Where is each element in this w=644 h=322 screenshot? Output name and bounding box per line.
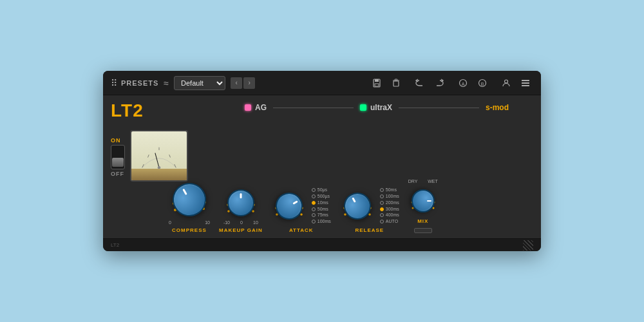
attack-75ms-tick: [312, 213, 316, 217]
release-label: RELEASE: [355, 227, 384, 233]
attack-50ms-tick: [312, 207, 316, 211]
svg-rect-3: [393, 81, 399, 86]
attack-10ms-tick: [312, 201, 316, 205]
release-auto-tick: [380, 220, 384, 223]
svg-line-19: [155, 153, 159, 168]
svg-line-17: [169, 155, 171, 157]
mix-toggle[interactable]: [414, 228, 432, 233]
redo-button[interactable]: [431, 75, 447, 91]
undo-button[interactable]: [412, 75, 428, 91]
compress-label: COMPRESS: [172, 227, 207, 233]
bottom-strip: LT2: [103, 238, 541, 251]
compress-knob-area: [169, 179, 210, 220]
svg-rect-12: [522, 82, 529, 84]
bottom-right: [523, 240, 533, 251]
vu-meter: -200+3: [130, 130, 188, 182]
ultrax-label: ultraX: [370, 103, 392, 112]
release-50ms-tick: [380, 188, 384, 192]
makeup-knob-area: [223, 185, 258, 220]
next-preset-button[interactable]: ›: [243, 77, 255, 89]
presets-label: PRESETS: [121, 79, 158, 87]
on-label: ON: [111, 137, 121, 144]
plugin-title: LT2: [111, 100, 144, 121]
svg-text:A: A: [462, 81, 465, 86]
user-button[interactable]: [498, 75, 514, 91]
ag-led: [245, 104, 251, 111]
svg-rect-2: [375, 84, 379, 86]
header-row: AG ultraX s-mod: [245, 103, 509, 112]
presets-grid-icon: ⠿: [111, 78, 116, 88]
release-knob-area: [340, 189, 375, 223]
ultrax-section: ultraX: [360, 103, 392, 112]
delete-button[interactable]: [388, 75, 404, 91]
makeup-gain-knob[interactable]: [227, 189, 254, 216]
header-line-2: [399, 108, 479, 108]
attack-50us-tick: [312, 188, 316, 192]
release-100ms-tick: [380, 194, 384, 198]
makeup-gain-group: -10 0 10 MAKEUP GAIN: [219, 185, 263, 233]
svg-point-10: [505, 80, 508, 83]
mix-group: DRY WET: [408, 179, 438, 233]
power-toggle[interactable]: [111, 145, 125, 169]
mix-label: MIX: [417, 218, 428, 224]
attack-label: ATTACK: [289, 227, 314, 233]
settings-button[interactable]: [518, 75, 533, 91]
svg-rect-1: [375, 79, 379, 82]
corner-decoration: [523, 240, 533, 251]
top-bar-icons: A B: [369, 75, 533, 91]
svg-text:B: B: [481, 81, 484, 86]
mix-knob[interactable]: [412, 189, 435, 213]
preset-dropdown[interactable]: Default: [174, 76, 225, 90]
main-area: LT2 ON OFF: [103, 95, 541, 238]
nav-arrows: ‹ ›: [231, 77, 255, 89]
release-300ms-tick: [380, 207, 384, 211]
toggle-knob: [112, 158, 124, 167]
wavy-icon: ≈: [164, 78, 169, 88]
mix-knob-area: [408, 186, 438, 216]
smod-label: s-mod: [486, 103, 509, 112]
svg-line-15: [148, 155, 149, 157]
svg-rect-13: [522, 85, 529, 86]
release-200ms-tick: [380, 201, 384, 205]
save-button[interactable]: [369, 75, 384, 91]
off-label: OFF: [111, 171, 124, 177]
on-off-switch: ON OFF: [111, 137, 125, 177]
plugin-window: ⠿ PRESETS ≈ Default ‹ › A: [103, 71, 541, 251]
makeup-scale: -10 0 10: [223, 220, 258, 225]
attack-tick-labels: 50µs 500µs 10ms 50ms 75ms 100ms: [312, 187, 331, 225]
svg-point-40: [252, 210, 254, 213]
left-section: LT2 ON OFF: [111, 100, 162, 233]
release-400ms-tick: [380, 213, 384, 217]
dry-wet-labels: DRY WET: [408, 179, 438, 184]
top-bar: ⠿ PRESETS ≈ Default ‹ › A: [103, 71, 541, 95]
ultrax-led: [360, 104, 366, 111]
knobs-section: 0 10 COMPRESS: [169, 100, 533, 233]
compress-group: 0 10 COMPRESS: [169, 179, 210, 233]
svg-rect-5: [395, 79, 397, 80]
header-line-1: [273, 108, 354, 108]
attack-knob-area: [272, 189, 307, 223]
release-tick-labels: 50ms 100ms 200ms 300ms 400ms AUTO: [380, 187, 399, 225]
ag-section: AG: [245, 103, 267, 112]
ag-label: AG: [255, 103, 267, 112]
release-group: 50ms 100ms 200ms 300ms 400ms AUTO RELEAS…: [340, 187, 399, 233]
compare-b-button[interactable]: B: [475, 75, 490, 91]
compress-scale: 0 10: [169, 220, 210, 225]
makeup-gain-label: MAKEUP GAIN: [219, 227, 263, 233]
vu-arc-svg: [137, 146, 182, 169]
attack-group: 50µs 500µs 10ms 50ms 75ms 100ms ATTACK: [272, 187, 331, 233]
attack-500us-tick: [312, 194, 316, 198]
prev-preset-button[interactable]: ‹: [231, 77, 242, 89]
version-info: LT2: [111, 242, 119, 248]
svg-rect-11: [522, 80, 529, 81]
attack-100ms-tick: [312, 220, 316, 223]
compare-a-button[interactable]: A: [455, 75, 471, 91]
